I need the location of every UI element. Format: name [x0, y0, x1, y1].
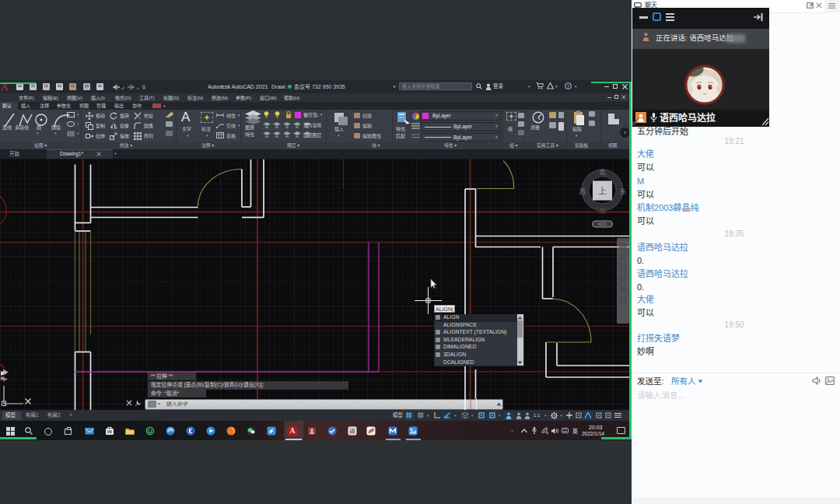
svg-text:南: 南 [599, 205, 606, 215]
svg-text:上: 上 [598, 184, 607, 197]
svg-text:西: 西 [579, 186, 586, 195]
svg-text:WCS: WCS [598, 222, 607, 226]
svg-text:东: 东 [620, 186, 627, 195]
svg-text:北: 北 [599, 166, 606, 176]
